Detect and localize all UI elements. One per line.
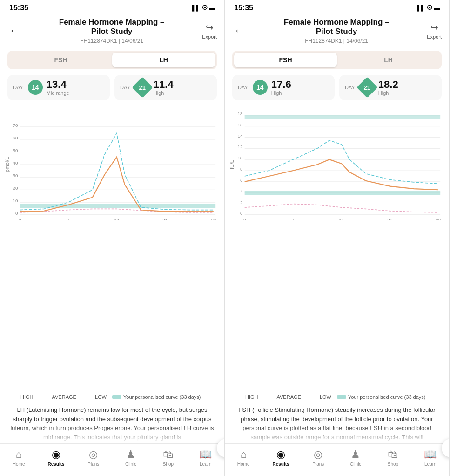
legend-low-right: LOW (307, 394, 331, 400)
status-icons-right: ▌▌ ⦿ ▬ (417, 5, 440, 11)
day-badge-14-left: 14 (28, 80, 43, 95)
day-label-21-right: DAY (345, 85, 355, 90)
plans-icon-left: ◎ (89, 449, 98, 461)
nav-home-right[interactable]: ⌂ Home (225, 447, 262, 469)
legend-curve-right: Your personalised curve (33 days) (337, 394, 426, 400)
tab-lh-left[interactable]: LH (112, 53, 215, 67)
day-status-14-right: High (271, 90, 291, 96)
svg-text:28: 28 (436, 217, 441, 220)
day-card-14-left: DAY 14 13.4 Mid range (7, 75, 110, 100)
legend-curve-label-right: Your personalised curve (33 days) (348, 394, 426, 400)
svg-text:21: 21 (387, 217, 392, 220)
page-title-left: Female Hormone Mapping –Pilot Study (21, 18, 202, 37)
svg-text:16: 16 (237, 122, 242, 127)
home-icon-left: ⌂ (16, 449, 22, 461)
svg-text:18: 18 (237, 111, 242, 116)
title-group-right: Female Hormone Mapping –Pilot Study FH11… (246, 18, 427, 44)
tab-lh-right[interactable]: LH (337, 53, 440, 67)
tab-fsh-left[interactable]: FSH (9, 53, 112, 67)
export-button-left[interactable]: ↪ Export (202, 22, 217, 40)
nav-clinic-left[interactable]: ♟ Clinic (112, 447, 149, 469)
legend-avg-right: AVERAGE (264, 394, 301, 400)
legend-high-label-right: HIGH (245, 394, 258, 400)
nav-plans-right[interactable]: ◎ Plans (300, 447, 337, 469)
nav-plans-left[interactable]: ◎ Plans (75, 447, 112, 469)
tab-fsh-right[interactable]: FSH (234, 53, 337, 67)
shop-icon-left: 🛍 (163, 449, 173, 461)
signal-icon: ▌▌ (192, 5, 200, 11)
chart-svg-left: pmol/L 0 10 20 30 40 50 60 70 (4, 104, 221, 220)
battery-icon: ▬ (209, 5, 215, 11)
svg-text:0: 0 (240, 211, 243, 216)
legend-high-line-right (232, 397, 243, 397)
nav-clinic-label-left: Clinic (125, 462, 136, 467)
battery-icon-right: ▬ (434, 5, 440, 11)
header-left: ← Female Hormone Mapping –Pilot Study FH… (0, 14, 224, 46)
svg-text:30: 30 (13, 173, 18, 178)
learn-icon-left: 📖 (199, 449, 212, 461)
nav-home-label-left: Home (13, 462, 25, 467)
nav-clinic-right[interactable]: ♟ Clinic (337, 447, 374, 469)
svg-text:IU/L: IU/L (229, 160, 235, 169)
day-value-group-21-right: 18.2 High (378, 79, 398, 96)
export-button-right[interactable]: ↪ Export (427, 22, 442, 40)
day-value-group-14-left: 13.4 Mid range (47, 79, 69, 96)
svg-text:pmol/L: pmol/L (4, 157, 10, 172)
legend-high-right: HIGH (232, 394, 258, 400)
svg-text:10: 10 (13, 198, 18, 203)
svg-text:6: 6 (240, 178, 242, 183)
svg-text:8: 8 (240, 166, 242, 172)
legend-low-label-right: LOW (320, 394, 331, 400)
day-value-14-left: 13.4 (47, 79, 69, 90)
export-icon-left: ↪ (206, 22, 214, 33)
legend-curve-left: Your personalised curve (33 days) (112, 394, 201, 400)
nav-shop-left[interactable]: 🛍 Shop (149, 447, 187, 469)
tabs-left: FSH LH (7, 51, 217, 69)
legend-curve-box-right (337, 395, 346, 399)
legend-avg-label-right: AVERAGE (277, 394, 301, 400)
svg-rect-46 (245, 115, 440, 119)
plans-icon-right: ◎ (314, 449, 322, 461)
description-right: FSH (Follicle Stimulating Hormone) stead… (225, 402, 449, 443)
svg-text:28: 28 (211, 217, 216, 220)
legend-low-label-left: LOW (95, 394, 107, 400)
nav-results-label-right: Results (272, 462, 289, 467)
svg-text:7: 7 (292, 217, 294, 220)
header-right: ← Female Hormone Mapping –Pilot Study FH… (225, 14, 449, 46)
day-value-21-left: 11.4 (154, 79, 174, 90)
page-title-right: Female Hormone Mapping –Pilot Study (246, 18, 427, 37)
day-label-21-left: DAY (120, 85, 130, 90)
day-card-21-right: DAY 21 18.2 High (339, 75, 442, 100)
nav-plans-label-right: Plans (312, 462, 324, 467)
svg-text:0: 0 (243, 217, 246, 220)
svg-text:60: 60 (13, 135, 18, 140)
export-icon-right: ↪ (430, 22, 438, 33)
svg-text:21: 21 (162, 217, 168, 220)
day-badge-21-right: 21 (360, 80, 375, 95)
svg-text:10: 10 (237, 155, 242, 160)
export-label-left: Export (202, 34, 217, 40)
results-icon-right: ◉ (276, 449, 285, 461)
nav-home-left[interactable]: ⌂ Home (0, 447, 37, 469)
nav-results-left[interactable]: ◉ Results (37, 447, 74, 469)
nav-shop-right[interactable]: 🛍 Shop (374, 447, 411, 469)
chart-area-left: pmol/L 0 10 20 30 40 50 60 70 (0, 104, 224, 392)
home-icon-right: ⌂ (241, 449, 247, 461)
day-badge-14-right: 14 (253, 80, 268, 95)
back-button-left[interactable]: ← (7, 23, 21, 39)
nav-results-right[interactable]: ◉ Results (262, 447, 299, 469)
status-time-right: 15:35 (234, 4, 253, 12)
svg-text:70: 70 (13, 123, 18, 128)
back-button-right[interactable]: ← (232, 23, 246, 39)
status-time-left: 15:35 (9, 4, 28, 12)
results-icon-left: ◉ (52, 449, 60, 461)
svg-text:14: 14 (237, 133, 242, 138)
status-bar-left: 15:35 ▌▌ ⦿ ▬ (0, 0, 224, 14)
svg-text:14: 14 (339, 217, 344, 220)
svg-text:7: 7 (67, 217, 69, 220)
day-value-14-right: 17.6 (271, 79, 291, 90)
day-card-14-right: DAY 14 17.6 High (232, 75, 335, 100)
day-status-14-left: Mid range (47, 90, 69, 96)
legend-avg-line-right (264, 397, 275, 397)
phone-panel-right: 15:35 ▌▌ ⦿ ▬ ← Female Hormone Mapping –P… (225, 0, 450, 476)
